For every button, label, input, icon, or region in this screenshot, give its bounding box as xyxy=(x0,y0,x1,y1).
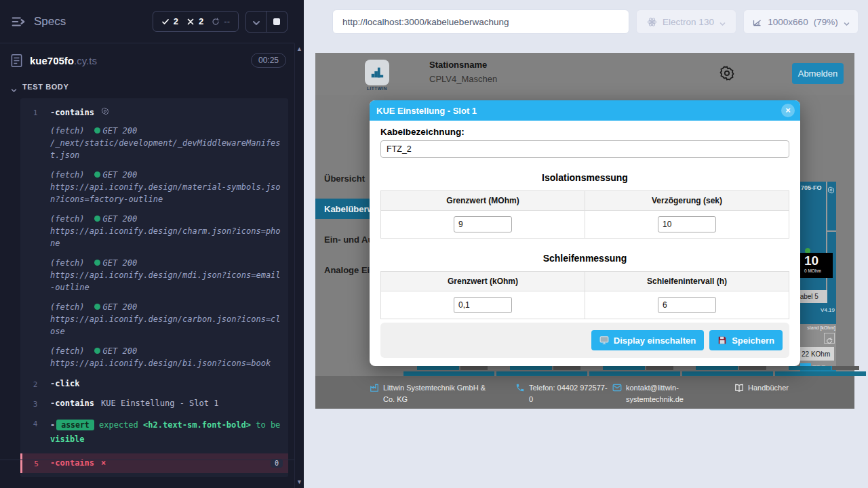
footer-item-phone: Telefon: 04402 972577-0 xyxy=(515,382,609,405)
assert-badge: assert xyxy=(56,420,94,430)
app-header: LITTWIN Stationsname CPLV4_Maschen Abmel… xyxy=(315,53,854,95)
command-row-1[interactable]: 1-contains(fetch)GET 200/_next/static/de… xyxy=(20,102,288,374)
chevron-down-icon xyxy=(719,19,726,25)
command-number: 1 xyxy=(20,107,50,369)
spec-file-row[interactable]: kue705fo .cy.ts 00:25 xyxy=(0,43,294,77)
browser-select[interactable]: Electron 130 xyxy=(636,9,736,34)
command-number: 3 xyxy=(20,399,50,409)
gear-icon[interactable] xyxy=(827,184,835,192)
footer-item-book[interactable]: Handbücher xyxy=(734,382,816,394)
slot-tile-fragment xyxy=(398,366,500,376)
value-input-1-1[interactable] xyxy=(658,297,716,313)
scroll-up-icon[interactable]: ▲ xyxy=(296,46,302,52)
value-input-1-0[interactable] xyxy=(454,297,512,313)
value-input-0-1[interactable] xyxy=(658,216,716,232)
column-header: Grenzwert (MOhm) xyxy=(381,191,585,210)
command-row-5[interactable]: 5-contains×0 xyxy=(20,453,288,473)
stop-button[interactable] xyxy=(267,12,287,32)
fetch-log[interactable]: (fetch)GET 200https://api.iconify.design… xyxy=(50,213,283,249)
station-value: CPLV4_Maschen xyxy=(429,74,497,84)
close-icon[interactable]: × xyxy=(781,104,795,117)
chevron-down-icon xyxy=(844,19,850,25)
settings-gear-icon[interactable] xyxy=(719,65,735,81)
fetch-log[interactable]: (fetch)GET 200https://api.iconify.design… xyxy=(50,169,283,205)
display-on-button[interactable]: Display einschalten xyxy=(591,330,704,350)
stat-failed[interactable]: 2 xyxy=(186,16,203,26)
display-value: 10 xyxy=(804,253,833,268)
device-panel-fragment: 705-FO 10 0 MOhm Kabel 5 V4.19 stand [kO… xyxy=(800,182,836,374)
footer-text: kontakt@littwin-systemtechnik.de xyxy=(626,382,688,405)
factory-icon xyxy=(370,383,379,392)
test-body-header[interactable]: TEST BODY xyxy=(11,83,68,91)
command-row-4[interactable]: 4-assert expected <h2.text-sm.font-bold>… xyxy=(20,413,288,451)
command-arg: KUE Einstellung - Slot 1 xyxy=(101,399,218,408)
stat-passed[interactable]: 2 xyxy=(161,16,178,26)
reporter-scrollbar[interactable]: ▲ ▼ xyxy=(294,43,304,488)
document-icon xyxy=(11,54,22,67)
chevron-down-icon xyxy=(252,18,260,26)
logo-icon xyxy=(370,65,384,80)
status-dot xyxy=(94,304,100,310)
footer-text: Telefon: 04402 972577-0 xyxy=(529,382,609,405)
specs-toggle-icon[interactable] xyxy=(11,14,26,29)
book-icon xyxy=(734,383,744,392)
monitor-icon xyxy=(599,336,609,345)
modal-body: Kabelbezeichnung: IsolationsmessungGrenz… xyxy=(370,121,800,366)
command-number: 4 xyxy=(20,418,50,446)
slot-tile-fragment xyxy=(770,366,868,376)
measurement-table: Grenzwert (MOhm)Verzögerung (sek) xyxy=(380,190,789,239)
value-input-0-0[interactable] xyxy=(454,216,512,232)
fetch-log[interactable]: (fetch)GET 200https://api.iconify.design… xyxy=(50,345,283,369)
command-row-2[interactable]: 2-click xyxy=(20,374,288,394)
specs-title: Specs xyxy=(34,15,66,28)
fetch-log[interactable]: (fetch)GET 200https://api.iconify.design… xyxy=(50,257,283,293)
kue-settings-modal: KUE Einstellung - Slot 1 × Kabelbezeichn… xyxy=(370,100,800,366)
refresh-icon xyxy=(826,335,833,342)
station-label: Stationsname xyxy=(429,60,497,70)
slot-tile-fragment xyxy=(491,366,593,376)
viewport-zoom: (79%) xyxy=(814,17,838,27)
footer-item-email: kontakt@littwin-systemtechnik.de xyxy=(612,382,688,405)
run-controls xyxy=(245,11,288,33)
command-name: contains xyxy=(55,399,94,408)
app-footer: Littwin Systemtechnik GmbH & Co. KGTelef… xyxy=(315,376,854,409)
cable-name-input[interactable] xyxy=(380,140,789,158)
logo-text: LITTWIN xyxy=(363,86,391,91)
command-name: click xyxy=(55,379,79,388)
email-icon xyxy=(612,383,622,392)
save-button[interactable]: Speichern xyxy=(709,330,783,350)
scroll-down-icon[interactable]: ▼ xyxy=(296,479,302,485)
littwin-logo xyxy=(365,60,389,85)
stat-pending[interactable]: -- xyxy=(212,16,230,26)
measurement-table: Grenzwert (kOhm)Schleifenintervall (h) xyxy=(380,271,789,319)
status-dot xyxy=(94,171,100,178)
viewport-select[interactable]: 1000x660 (79%) xyxy=(743,9,859,34)
logout-button[interactable]: Abmelden xyxy=(792,63,844,84)
status-dot xyxy=(94,127,100,134)
divider xyxy=(826,230,836,232)
footer-text: Handbücher xyxy=(748,382,789,394)
measurement-display: 10 0 MOhm xyxy=(800,253,833,278)
collapse-button[interactable] xyxy=(246,12,267,32)
spec-duration-badge: 00:25 xyxy=(251,53,286,68)
column-header: Verzögerung (sek) xyxy=(585,191,789,210)
command-name: contains xyxy=(55,108,94,117)
spec-extension: .cy.ts xyxy=(74,55,97,66)
refresh-button[interactable] xyxy=(824,333,835,344)
column-header: Schleifenintervall (h) xyxy=(585,272,789,291)
viewport-size: 1000x660 xyxy=(768,17,808,27)
url-input[interactable]: http://localhost:3000/kabelueberwachung xyxy=(332,9,629,34)
resistance-value: 22 KOhm xyxy=(800,347,834,361)
footer-item-factory: Littwin Systemtechnik GmbH & Co. KG xyxy=(370,382,490,405)
section-title: Isolationsmessung xyxy=(380,172,789,183)
device-title: 705-FO xyxy=(801,184,822,191)
column-header: Grenzwert (kOhm) xyxy=(381,272,585,291)
aut-pane: http://localhost:3000/kabelueberwachung … xyxy=(304,0,868,488)
station-info: Stationsname CPLV4_Maschen xyxy=(429,60,497,84)
ruler-icon xyxy=(752,17,762,27)
fetch-log[interactable]: (fetch)GET 200/_next/static/development/… xyxy=(50,125,283,161)
fetch-log[interactable]: (fetch)GET 200https://api.iconify.design… xyxy=(50,301,283,338)
footer-text: Littwin Systemtechnik GmbH & Co. KG xyxy=(383,382,490,405)
slot-tile-fragment xyxy=(677,366,778,376)
command-row-3[interactable]: 3-containsKUE Einstellung - Slot 1 xyxy=(20,394,288,413)
